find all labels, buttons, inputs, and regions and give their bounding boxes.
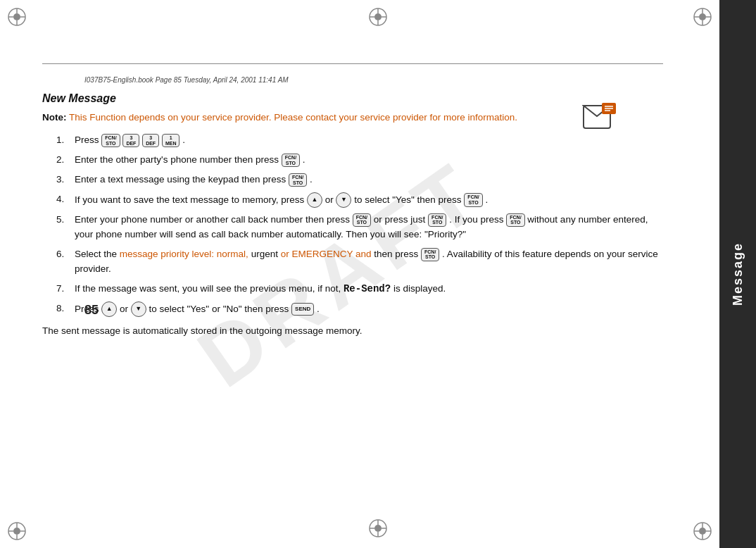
top-divider [42,63,663,64]
list-item: 3. Enter a text message using the keypad… [56,173,663,187]
key-up: ▲ [307,192,322,208]
colored-text-6a: message priority level: normal, [120,249,248,259]
key-fcn-sto-5c: FCN/STO [506,213,524,227]
list-item: 1. Press FCN/STO 3DEF 3DEF 1MEN . [56,133,663,148]
right-tab: Message [719,0,756,548]
book-header: I037B75-English.book Page 85 Tuesday, Ap… [84,76,289,84]
key-fcn-sto-5b: FCN/STO [428,213,446,227]
note-text: Note: This Function depends on your serv… [42,111,663,125]
message-icon [582,102,617,137]
note-label: Note: [42,112,67,123]
instruction-list: 1. Press FCN/STO 3DEF 3DEF 1MEN . 2. Ent… [56,133,663,317]
key-3def-1: 3DEF [122,134,139,147]
list-item: 7. If the message was sent, you will see… [56,282,663,297]
note-colored-text: This Function depends on your service pr… [69,112,517,123]
colored-text-6b: or EMERGENCY and [281,249,372,259]
list-item: 4. If you want to save the text message … [56,192,663,208]
key-up-8: ▲ [101,301,117,317]
resend-text: Re-Send? [344,283,391,294]
list-item: 2. Enter the other party's phone number … [56,153,663,168]
tab-label: Message [731,242,745,306]
list-item: 6. Select the message priority level: no… [56,247,663,277]
list-item: 8. Press ▲ or ▼ to select "Yes" or "No" … [56,301,663,317]
key-fcn-sto-2: FCN/STO [282,154,300,167]
key-1men: 1MEN [162,134,180,147]
page-number: 85 [84,303,99,318]
key-down: ▼ [336,192,351,208]
key-fcn-sto-4: FCN/STO [464,193,482,206]
key-down-8: ▼ [131,301,146,317]
key-fcn-sto-6: FCN/STO [421,248,439,261]
key-fcn-sto-5a: FCN/STO [353,213,371,227]
key-fcn-sto: FCN/STO [101,134,120,147]
list-item: 5. Enter your phone number or another ca… [56,213,663,242]
key-send: SEND [291,303,314,316]
section-title: New Message [42,92,663,105]
key-3def-2: 3DEF [142,134,159,147]
key-fcn-sto-3: FCN/STO [289,173,307,187]
footer-text: The sent message is automatically stored… [42,324,663,338]
main-content: I037B75-English.book Page 85 Tuesday, Ap… [0,0,719,548]
